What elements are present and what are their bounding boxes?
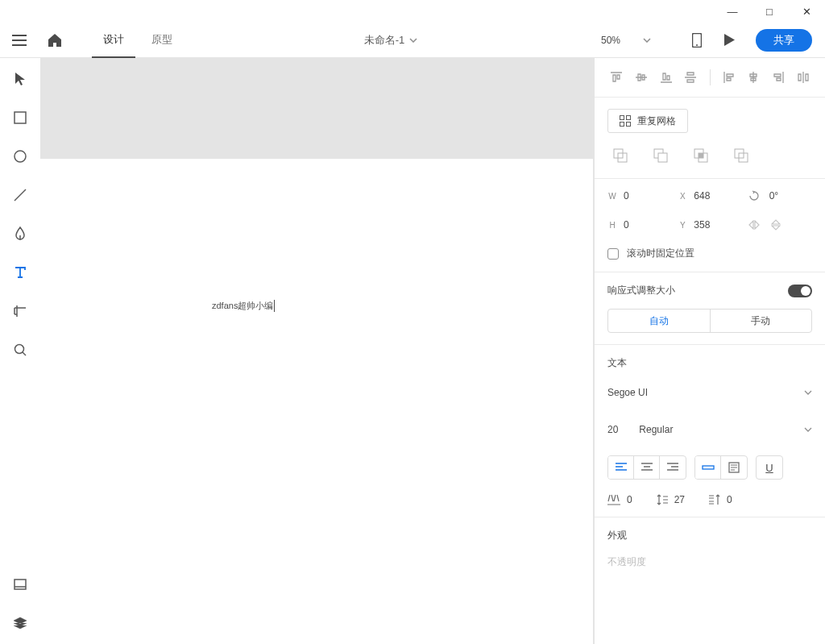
- svg-rect-13: [658, 153, 667, 162]
- align-middle-icon[interactable]: [629, 66, 654, 89]
- text-mode-group: [694, 455, 748, 480]
- align-right-icon[interactable]: [766, 66, 791, 89]
- properties-panel: 重复网格 W0 X648 0° H0 Y358: [594, 58, 825, 644]
- svg-rect-16: [699, 153, 703, 158]
- responsive-resize-label: 响应式调整大小: [607, 284, 675, 297]
- text-align-center-icon[interactable]: [634, 456, 660, 479]
- font-family-value: Segoe UI: [607, 387, 648, 398]
- svg-rect-6: [620, 116, 624, 120]
- align-center-icon[interactable]: [741, 66, 766, 89]
- tab-design[interactable]: 设计: [92, 23, 135, 58]
- hamburger-menu-icon[interactable]: [6, 27, 32, 53]
- canvas-area[interactable]: zdfans超帅小编: [40, 58, 594, 644]
- x-value[interactable]: 648: [694, 190, 710, 202]
- svg-point-3: [15, 151, 26, 162]
- segment-auto[interactable]: 自动: [608, 310, 710, 332]
- fix-scroll-checkbox[interactable]: [607, 248, 619, 260]
- pen-tool-icon[interactable]: [10, 224, 30, 243]
- text-align-right-icon[interactable]: [660, 456, 686, 479]
- fix-scroll-label: 滚动时固定位置: [627, 247, 694, 260]
- align-controls: [604, 66, 815, 89]
- letter-spacing-icon: [607, 494, 620, 505]
- point-text-icon[interactable]: [695, 456, 721, 479]
- device-preview-icon[interactable]: [683, 27, 711, 53]
- align-left-icon[interactable]: [716, 66, 741, 89]
- flip-horizontal-icon[interactable]: [748, 220, 760, 230]
- y-value[interactable]: 358: [694, 219, 710, 231]
- opacity-label: 不透明度: [607, 555, 812, 569]
- chevron-down-icon: [643, 38, 651, 43]
- window-close-button[interactable]: ✕: [788, 0, 825, 23]
- app-topbar: 设计 原型 未命名-1 50% 共享: [0, 23, 825, 58]
- y-label: Y: [678, 221, 687, 230]
- paragraph-spacing-icon: [709, 494, 720, 505]
- spacing-controls: 0 27 0: [607, 494, 812, 505]
- area-text-icon[interactable]: [721, 456, 747, 479]
- svg-rect-2: [15, 112, 26, 123]
- document-title-text: 未命名-1: [364, 33, 405, 48]
- underline-button[interactable]: U: [756, 455, 783, 480]
- play-icon[interactable]: [715, 27, 743, 53]
- svg-rect-8: [620, 123, 624, 127]
- share-button[interactable]: 共享: [756, 29, 812, 52]
- select-tool-icon[interactable]: [10, 69, 30, 89]
- rotation-icon: [748, 190, 760, 202]
- window-maximize-button[interactable]: □: [751, 0, 788, 23]
- width-label: W: [607, 192, 617, 201]
- chevron-down-icon: [804, 427, 812, 432]
- artboard-tool-icon[interactable]: [10, 301, 30, 321]
- flip-vertical-icon[interactable]: [771, 219, 781, 231]
- rectangle-tool-icon[interactable]: [10, 108, 30, 127]
- height-label: H: [607, 221, 617, 230]
- font-size-input[interactable]: 20: [607, 424, 618, 435]
- responsive-toggle[interactable]: [788, 285, 812, 297]
- left-toolbar: [0, 58, 40, 644]
- width-value[interactable]: 0: [624, 190, 629, 202]
- layers-panel-icon[interactable]: [10, 613, 30, 633]
- rotation-value[interactable]: 0°: [769, 190, 778, 202]
- chevron-down-icon: [409, 38, 417, 43]
- intersect-icon[interactable]: [688, 144, 714, 167]
- repeat-grid-label: 重复网格: [637, 114, 676, 128]
- align-top-icon[interactable]: [604, 66, 629, 89]
- subtract-icon[interactable]: [648, 144, 674, 167]
- text-align-left-icon[interactable]: [608, 456, 634, 479]
- ellipse-tool-icon[interactable]: [10, 147, 30, 166]
- window-minimize-button[interactable]: —: [714, 0, 751, 23]
- text-object[interactable]: zdfans超帅小编: [212, 300, 275, 312]
- zoom-select[interactable]: 50%: [598, 35, 654, 46]
- letter-spacing-value[interactable]: 0: [627, 494, 632, 505]
- zoom-value: 50%: [601, 35, 620, 46]
- distribute-vertical-icon[interactable]: [678, 66, 703, 89]
- height-value[interactable]: 0: [624, 219, 629, 231]
- chevron-down-icon: [804, 390, 812, 395]
- responsive-mode-segment[interactable]: 自动 手动: [607, 309, 812, 333]
- svg-rect-19: [703, 466, 714, 469]
- text-tool-icon[interactable]: [10, 263, 30, 282]
- home-icon[interactable]: [42, 27, 68, 53]
- union-icon[interactable]: [607, 144, 633, 167]
- svg-point-4: [15, 345, 24, 354]
- repeat-grid-button[interactable]: 重复网格: [607, 109, 688, 133]
- assets-panel-icon[interactable]: [10, 575, 30, 594]
- line-tool-icon[interactable]: [10, 185, 30, 205]
- artboard[interactable]: [40, 159, 593, 644]
- font-weight-select[interactable]: Regular: [639, 418, 812, 441]
- text-align-group: [607, 455, 686, 480]
- document-title[interactable]: 未命名-1: [189, 33, 593, 48]
- zoom-tool-icon[interactable]: [10, 340, 30, 359]
- font-family-select[interactable]: Segoe UI: [607, 381, 812, 404]
- exclude-icon[interactable]: [728, 144, 754, 167]
- transform-controls: W0 X648 0° H0 Y358: [607, 190, 812, 231]
- distribute-horizontal-icon[interactable]: [790, 66, 815, 89]
- boolean-ops: [607, 144, 812, 167]
- font-weight-value: Regular: [639, 424, 673, 435]
- paragraph-spacing-value[interactable]: 0: [727, 494, 732, 505]
- svg-rect-7: [627, 116, 631, 120]
- tab-prototype[interactable]: 原型: [140, 23, 184, 58]
- svg-rect-5: [15, 580, 26, 589]
- x-label: X: [678, 192, 687, 201]
- line-height-value[interactable]: 27: [674, 494, 685, 505]
- align-bottom-icon[interactable]: [653, 66, 678, 89]
- segment-manual[interactable]: 手动: [710, 310, 812, 332]
